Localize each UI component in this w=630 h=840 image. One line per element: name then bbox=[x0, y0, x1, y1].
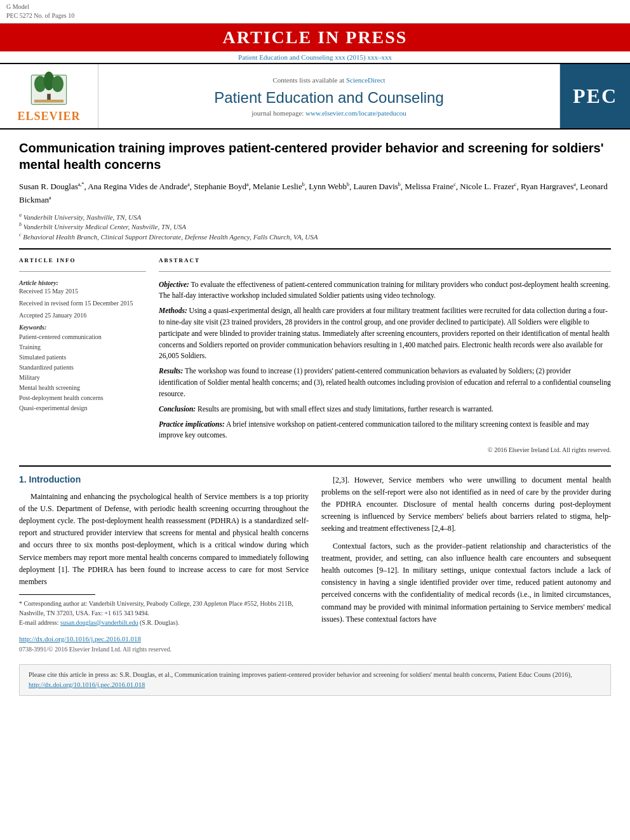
practice-label: Practice implications: bbox=[159, 420, 225, 428]
contents-line: Contents lists available at ScienceDirec… bbox=[272, 76, 385, 84]
elsevier-logo: ELSEVIER bbox=[0, 64, 98, 128]
affil-a: a Vanderbilt University, Nashville, TN, … bbox=[19, 212, 611, 221]
svg-rect-5 bbox=[34, 100, 64, 103]
revised-date: Received in revised form 15 December 201… bbox=[19, 300, 146, 307]
copyright: © 2016 Elsevier Ireland Ltd. All rights … bbox=[159, 445, 611, 455]
abstract-col: ABSTRACT Objective: To evaluate the effe… bbox=[159, 257, 611, 455]
conclusion-label: Conclusion: bbox=[159, 405, 196, 413]
intro-body: Maintaining and enhancing the psychologi… bbox=[19, 491, 309, 589]
article-info-abstract: ARTICLE INFO Article history: Received 1… bbox=[19, 257, 611, 455]
abstract-label: ABSTRACT bbox=[159, 257, 611, 263]
journal-header: ELSEVIER Contents lists available at Sci… bbox=[0, 63, 630, 130]
main-content: Communication training improves patient-… bbox=[0, 130, 630, 706]
history-label: Article history: bbox=[19, 279, 146, 286]
article-title: Communication training improves patient-… bbox=[19, 140, 611, 173]
body-left-col: 1. Introduction Maintaining and enhancin… bbox=[19, 474, 309, 655]
sciencedirect-link[interactable]: ScienceDirect bbox=[346, 76, 385, 84]
results-label: Results: bbox=[159, 367, 183, 375]
results-text: The workshop was found to increase (1) p… bbox=[159, 367, 611, 397]
footnote-divider bbox=[19, 594, 95, 595]
objective-text: To evaluate the effectiveness of patient… bbox=[159, 281, 610, 300]
doi-link[interactable]: http://dx.doi.org/10.1016/j.pec.2016.01.… bbox=[19, 635, 141, 643]
elsevier-wordmark: ELSEVIER bbox=[17, 110, 80, 123]
conclusion-text: Results are promising, but with small ef… bbox=[198, 405, 493, 413]
article-in-press-banner: ARTICLE IN PRESS bbox=[0, 23, 630, 51]
journal-homepage: journal homepage: www.elsevier.com/locat… bbox=[251, 109, 406, 117]
elsevier-tree-icon bbox=[27, 69, 71, 107]
accepted-date: Accepted 25 January 2016 bbox=[19, 312, 146, 319]
keywords-list: Patient-centered communication Training … bbox=[19, 332, 146, 413]
affil-c: c Behavioral Health Branch, Clinical Sup… bbox=[19, 232, 611, 241]
authors: Susan R. Douglasa,*, Ana Regina Vides de… bbox=[19, 180, 611, 207]
journal-title: Patient Education and Counseling bbox=[214, 89, 444, 107]
article-info-label: ARTICLE INFO bbox=[19, 257, 146, 263]
introduction-heading: 1. Introduction bbox=[19, 474, 309, 484]
objective-label: Objective: bbox=[159, 281, 189, 288]
journal-ref: Patient Education and Counseling xxx (20… bbox=[0, 51, 630, 63]
citation-box: Please cite this article in press as: S.… bbox=[19, 664, 611, 696]
keywords-label: Keywords: bbox=[19, 324, 146, 331]
abstract-text: Objective: To evaluate the effectiveness… bbox=[159, 279, 611, 455]
citation-doi-link[interactable]: http://dx.doi.org/10.1016/j.pec.2016.01.… bbox=[29, 681, 145, 688]
journal-center: Contents lists available at ScienceDirec… bbox=[98, 64, 560, 128]
doi-section: http://dx.doi.org/10.1016/j.pec.2016.01.… bbox=[19, 634, 309, 654]
model-info: G Model PEC 5272 No. of Pages 10 bbox=[6, 3, 74, 20]
affil-b: b Vanderbilt University Medical Center, … bbox=[19, 222, 611, 230]
svg-point-3 bbox=[52, 76, 64, 92]
affiliations: a Vanderbilt University, Nashville, TN, … bbox=[19, 212, 611, 241]
methods-label: Methods: bbox=[159, 307, 187, 314]
intro-body-right: [2,3]. However, Service members who were… bbox=[321, 474, 611, 625]
received-date: Received 15 May 2015 bbox=[19, 288, 146, 295]
email-link[interactable]: susan.douglas@vanderbilt.edu bbox=[60, 619, 138, 626]
methods-text: Using a quasi-experimental design, all h… bbox=[159, 307, 610, 359]
body-section: 1. Introduction Maintaining and enhancin… bbox=[19, 474, 611, 655]
top-bar: G Model PEC 5272 No. of Pages 10 bbox=[0, 0, 630, 23]
issn-line: 0738-3991/© 2016 Elsevier Ireland Ltd. A… bbox=[19, 646, 171, 653]
body-right-col: [2,3]. However, Service members who were… bbox=[321, 474, 611, 655]
pec-logo: PEC bbox=[560, 64, 630, 128]
footnote: * Corresponding author at: Vanderbilt Un… bbox=[19, 599, 309, 627]
article-info-col: ARTICLE INFO Article history: Received 1… bbox=[19, 257, 146, 455]
homepage-url[interactable]: www.elsevier.com/locate/pateducou bbox=[305, 109, 406, 117]
